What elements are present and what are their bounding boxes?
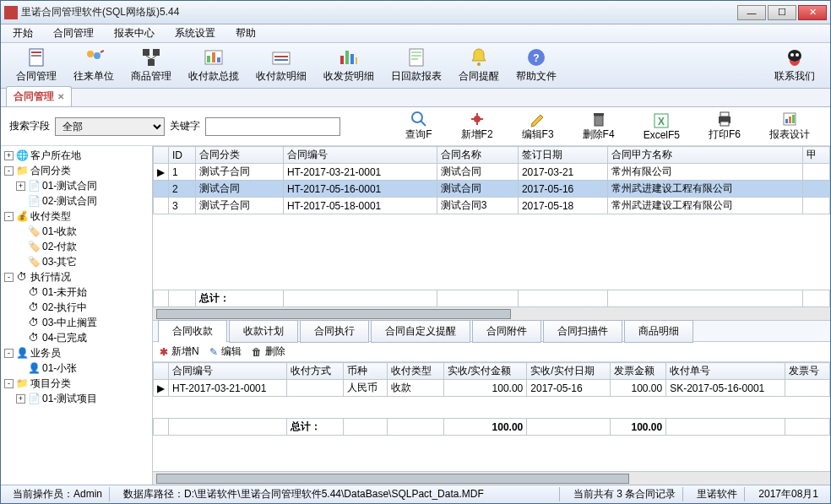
svg-text:X: X [658,116,665,127]
subtool-add[interactable]: ✱新增N [160,344,199,359]
menu-report[interactable]: 报表中心 [109,24,160,42]
svg-rect-2 [31,55,41,57]
subtab-exec[interactable]: 合同执行 [300,320,369,343]
tree-ex4[interactable]: ⏱04-已完成 [16,330,150,345]
menu-help[interactable]: 帮助 [231,24,261,42]
maximize-button[interactable]: ☐ [768,5,796,20]
svg-rect-21 [410,49,423,66]
menu-start[interactable]: 开始 [8,24,38,42]
svg-line-9 [151,56,156,59]
tb-pay-overview[interactable]: 收付款总揽 [180,46,247,85]
status-operator: 当前操作员：Admin [6,487,110,501]
folder-icon: 📁 [15,163,29,178]
tb-goods[interactable]: 商品管理 [122,46,180,85]
tree-pay-type[interactable]: -💰收付类型 [4,209,150,224]
detail-grid-hscroll[interactable] [153,471,830,485]
action-print[interactable]: 打印F6 [697,109,752,144]
svg-point-26 [790,53,794,57]
tb-daily-report[interactable]: 日回款报表 [383,46,450,85]
svg-line-29 [421,121,426,126]
tree-customer-loc[interactable]: +🌐客户所在地 [4,148,150,163]
svg-rect-31 [595,116,603,126]
plus-icon: ✱ [160,346,168,358]
tree-contract-cat[interactable]: -📁合同分类 [4,163,150,178]
status-date: 2017年08月1 [752,487,825,501]
subtab-receive-plan[interactable]: 收款计划 [229,320,298,343]
table-row[interactable]: ▶1测试子合同HT-2017-03-21-0001测试合同2017-03-21常… [154,164,830,181]
action-report-design[interactable]: 报表设计 [758,109,822,144]
tree-exec[interactable]: -⏱执行情况 [4,269,150,285]
tree-cat1[interactable]: +📄01-测试合同 [16,178,150,193]
svg-rect-13 [217,57,220,62]
action-add[interactable]: 新增F2 [449,109,505,144]
main-grid-hscroll[interactable] [153,306,830,320]
table-row[interactable]: ▶HT-2017-03-21-0001人民币收款100.002017-05-16… [154,380,830,397]
subtab-custom-remind[interactable]: 合同自定义提醒 [371,320,470,343]
tree-ex1[interactable]: ⏱01-未开始 [16,285,150,300]
table-row[interactable]: 3测试子合同HT-2017-05-18-0001测试合同32017-05-18常… [154,198,830,214]
tb-ship-detail[interactable]: 收发货明细 [315,46,383,85]
tree-p1[interactable]: +📄01-测试项目 [16,391,150,406]
subtab-attach[interactable]: 合同附件 [472,320,541,343]
tag-icon: 🏷️ [27,254,41,269]
tree-pt2[interactable]: 🏷️02-付款 [16,239,150,254]
doc-icon: 📄 [27,391,41,406]
subtab-goods-detail[interactable]: 商品明细 [624,320,693,343]
menu-contract[interactable]: 合同管理 [48,24,99,42]
action-query[interactable]: 查询F [394,109,443,144]
subtool-edit[interactable]: ✎编辑 [209,344,242,359]
svg-rect-39 [785,119,788,123]
clock-icon: ⏱ [27,330,41,345]
tree-sales[interactable]: -👤业务员 [4,345,150,360]
svg-rect-16 [274,59,288,61]
subtab-scan[interactable]: 合同扫描件 [543,320,622,343]
subtool-delete[interactable]: 🗑删除 [252,344,285,359]
subtab-receive[interactable]: 合同收款 [158,320,227,343]
tree-pt1[interactable]: 🏷️01-收款 [16,224,150,239]
tree-ex2[interactable]: ⏱02-执行中 [16,300,150,315]
menu-settings[interactable]: 系统设置 [170,24,220,42]
search-keyword-input[interactable] [205,117,340,136]
tb-partner[interactable]: 往来单位 [65,46,122,85]
detail-grid[interactable]: 合同编号 收付方式 币种 收付类型 实收/实付金额 实收/实付日期 发票金额 收… [153,362,830,471]
money-icon: 💰 [15,209,29,224]
total-label: 总计： [287,419,343,436]
svg-rect-7 [148,59,155,66]
search-field-select[interactable]: 全部 [55,117,165,136]
clock-icon: ⏱ [27,300,41,315]
tb-contract-mgmt[interactable]: 合同管理 [8,46,65,85]
tb-pay-detail[interactable]: 收付款明细 [247,46,315,85]
tree-ex3[interactable]: ⏱03-中止搁置 [16,315,150,330]
svg-rect-17 [340,56,344,64]
doc-icon: 📄 [27,178,41,193]
tab-close-icon[interactable]: ✕ [57,92,64,101]
total-label: 总计： [195,290,283,307]
svg-line-8 [146,56,151,59]
action-excel[interactable]: XExcelF5 [632,111,692,143]
svg-rect-15 [274,56,288,57]
tb-contact-us[interactable]: 联系我们 [766,46,823,85]
main-grid[interactable]: ID 合同分类 合同编号 合同名称 签订日期 合同甲方名称 甲 ▶1测试子合同H… [153,146,830,306]
minimize-button[interactable]: — [737,5,766,20]
table-row[interactable]: 2测试合同HT-2017-05-16-0001测试合同2017-05-16常州武… [154,181,830,198]
action-edit[interactable]: 编辑F3 [510,109,566,144]
pencil-icon: ✎ [209,346,218,358]
tree-proj[interactable]: -📁项目分类 [4,376,150,391]
tree-cat2[interactable]: 📄02-测试合同 [16,193,150,209]
tree-pt3[interactable]: 🏷️03-其它 [16,254,150,269]
action-delete[interactable]: 删除F4 [571,109,627,144]
clock-icon: ⏱ [27,315,41,330]
close-button[interactable]: ✕ [798,5,827,20]
person-icon: 👤 [27,360,41,376]
tree-s1[interactable]: 👤01-小张 [16,360,150,376]
tb-help-doc[interactable]: ?帮助文件 [508,46,565,85]
tag-icon: 🏷️ [27,224,41,239]
svg-rect-41 [792,115,795,123]
svg-rect-40 [789,117,791,123]
svg-rect-37 [720,122,729,126]
clock-icon: ⏱ [27,285,41,300]
svg-point-22 [477,62,481,66]
tb-contract-remind[interactable]: 合同提醒 [450,46,508,85]
search-field-label: 搜索字段 [9,119,50,133]
tab-contract-mgmt[interactable]: 合同管理 ✕ [6,86,72,106]
